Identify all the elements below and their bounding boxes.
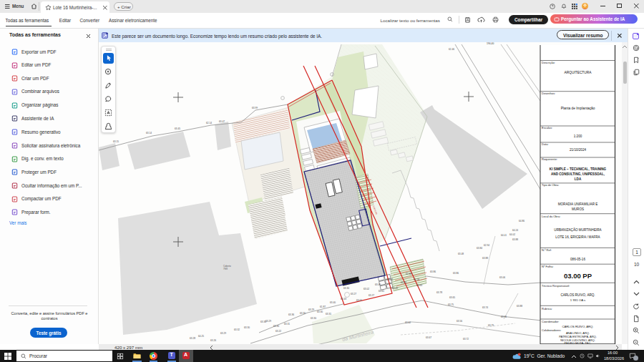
svg-text:URBANIZAÇÃO MURTINHEIRA: URBANIZAÇÃO MURTINHEIRA (554, 228, 602, 232)
svg-text:63.67: 63.67 (426, 336, 431, 339)
svg-text:63.99: 63.99 (252, 107, 258, 109)
svg-text:63.02: 63.02 (364, 288, 369, 290)
svg-text:63.86: 63.86 (430, 270, 436, 273)
svg-text:Planta de Implantação: Planta de Implantação (561, 107, 595, 110)
svg-text:63.65: 63.65 (449, 296, 455, 299)
svg-text:63.60: 63.60 (401, 281, 406, 284)
svg-text:63.31: 63.31 (326, 313, 331, 315)
svg-text:63.30: 63.30 (300, 312, 306, 315)
svg-text:63.31: 63.31 (284, 323, 290, 326)
svg-text:63.61: 63.61 (379, 290, 384, 293)
svg-text:Rubrica:: Rubrica: (542, 307, 552, 310)
svg-text:03.00 PP: 03.00 PP (564, 272, 592, 280)
svg-text:63.61: 63.61 (356, 299, 362, 302)
svg-text:63.30: 63.30 (317, 310, 323, 313)
svg-text:64.24: 64.24 (512, 229, 518, 232)
svg-text:086-05-16: 086-05-16 (570, 258, 585, 261)
svg-text:63.30: 63.30 (273, 325, 279, 328)
svg-text:64.86: 64.86 (519, 220, 525, 222)
svg-text:Data:: Data: (542, 142, 549, 146)
svg-text:63.22: 63.22 (275, 330, 281, 333)
svg-text:79/8: 79/8 (223, 268, 228, 270)
svg-text:63.75: 63.75 (448, 303, 454, 306)
svg-text:CARLOS RUIVO, ARQ.: CARLOS RUIVO, ARQ. (562, 325, 594, 328)
svg-text:LDA: LDA (575, 177, 582, 181)
svg-text:63.43: 63.43 (341, 298, 346, 300)
svg-text:63.27: 63.27 (351, 293, 356, 295)
svg-text:Descrição:: Descrição: (542, 61, 555, 64)
svg-text:63.29: 63.29 (265, 320, 271, 323)
svg-text:60.78: 60.78 (414, 278, 419, 281)
svg-text:AND CONSULTING, UNIPESSOAL,: AND CONSULTING, UNIPESSOAL, (551, 172, 605, 176)
svg-text:63.86: 63.86 (453, 272, 459, 275)
svg-text:N.º Ref:: N.º Ref: (542, 248, 552, 252)
svg-text:Colaboradores:: Colaboradores: (542, 328, 561, 332)
svg-text:MUROS: MUROS (572, 207, 584, 211)
svg-text:61.87: 61.87 (320, 305, 326, 308)
svg-text:62.14: 62.14 (206, 122, 212, 124)
svg-text:Nº Folha:: Nº Folha: (542, 265, 554, 268)
svg-text:63.30: 63.30 (343, 287, 349, 290)
svg-text:64.02: 64.02 (509, 233, 515, 236)
svg-text:190,40: 190,40 (487, 42, 494, 45)
svg-text:ARQUITECTURA: ARQUITECTURA (565, 71, 592, 74)
svg-text:63.88: 63.88 (512, 238, 518, 241)
svg-text:1 931 OA s: 1 931 OA s (570, 298, 585, 302)
svg-text:62.88: 62.88 (406, 273, 411, 275)
svg-text:Coordenador:: Coordenador: (542, 320, 559, 323)
svg-text:63.48: 63.48 (458, 253, 464, 255)
svg-text:Desenhos:: Desenhos: (542, 92, 555, 95)
svg-text:64.25: 64.25 (198, 335, 204, 338)
svg-text:63.49: 63.49 (392, 287, 398, 290)
svg-text:62.94: 62.94 (484, 244, 489, 247)
svg-text:63.96: 63.96 (501, 315, 507, 318)
svg-text:63.88: 63.88 (517, 305, 522, 308)
svg-text:63.15: 63.15 (113, 140, 119, 143)
svg-text:63.45: 63.45 (175, 127, 180, 130)
svg-text:Requerente:: Requerente: (542, 157, 557, 161)
svg-text:21/10/2024: 21/10/2024 (570, 148, 586, 152)
svg-text:CARLOS RUIVO, ARQ.: CARLOS RUIVO, ARQ. (560, 293, 595, 297)
svg-text:63.30: 63.30 (260, 321, 266, 323)
svg-text:63.29: 63.29 (308, 308, 314, 311)
svg-text:Técnico Responsável:: Técnico Responsável: (542, 284, 570, 288)
svg-text:63.72: 63.72 (463, 338, 469, 341)
svg-text:63.62: 63.62 (405, 321, 411, 324)
svg-text:63.32: 63.32 (234, 328, 240, 331)
svg-text:KI SIMPLE – TECHNICAL, TRAININ: KI SIMPLE – TECHNICAL, TRAINING (550, 167, 607, 171)
svg-text:63.40: 63.40 (375, 283, 381, 286)
svg-text:63.63: 63.63 (416, 284, 422, 287)
svg-text:63.79: 63.79 (488, 324, 494, 327)
svg-text:63.06: 63.06 (499, 276, 505, 279)
svg-text:63.30: 63.30 (311, 317, 316, 320)
svg-text:LOTE 16, ERICEIRA / MAFRA: LOTE 16, ERICEIRA / MAFRA (555, 235, 600, 239)
svg-text:64.01: 64.01 (501, 234, 507, 237)
svg-text:63.40: 63.40 (330, 301, 336, 304)
svg-text:63.74: 63.74 (482, 306, 488, 309)
svg-text:63.84: 63.84 (477, 247, 482, 250)
svg-text:MORADIA UNIFAMILIAR E: MORADIA UNIFAMILIAR E (558, 202, 598, 206)
svg-text:62.82: 62.82 (387, 278, 393, 281)
svg-text:62.46: 62.46 (449, 48, 454, 51)
svg-text:Local da Obra:: Local da Obra: (542, 215, 560, 218)
svg-text:63.26: 63.26 (210, 339, 216, 342)
svg-text:63.36: 63.36 (288, 313, 294, 316)
svg-text:63.30: 63.30 (244, 326, 250, 329)
svg-text:63.78: 63.78 (436, 291, 442, 294)
svg-text:63.27: 63.27 (369, 294, 374, 297)
svg-text:63.14: 63.14 (146, 132, 152, 134)
svg-text:63.47: 63.47 (219, 120, 225, 123)
svg-text:63.56: 63.56 (457, 320, 462, 323)
svg-text:1:200: 1:200 (574, 134, 582, 138)
svg-text:63.88: 63.88 (482, 257, 488, 260)
svg-text:Tipo de Obra:: Tipo de Obra: (542, 183, 559, 187)
svg-text:63.29: 63.29 (220, 332, 226, 335)
svg-text:63.28: 63.28 (190, 337, 195, 340)
svg-text:Escalas:: Escalas: (542, 126, 552, 129)
